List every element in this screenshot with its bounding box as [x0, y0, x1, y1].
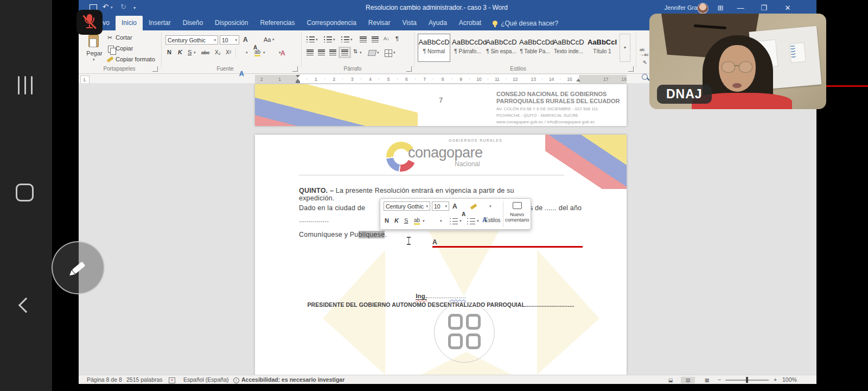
page-7[interactable]: 7 CONSEJO NACIONAL DE GOBIERNOS PARROQUI…	[255, 84, 627, 126]
style-normal[interactable]: AaBbCcD ¶ Normal	[418, 34, 450, 62]
multilevel-list-icon[interactable]	[341, 36, 349, 42]
stop-share-icon[interactable]	[16, 184, 34, 201]
web-layout-icon[interactable]: ▦	[700, 377, 714, 383]
muted-mic-button[interactable]	[76, 10, 103, 35]
close-button[interactable]: ✕	[780, 3, 796, 13]
shading-icon[interactable]	[368, 50, 376, 56]
mini-underline-button[interactable]: S	[404, 217, 408, 224]
paragraph-marks-icon[interactable]: ¶	[395, 35, 399, 42]
read-mode-icon[interactable]: ⬓	[663, 377, 678, 383]
mini-numbering-dropdown-icon[interactable]: ▾	[477, 219, 479, 223]
undo-dropdown-icon[interactable]: ▾	[111, 5, 113, 10]
signature-ing-line[interactable]: Ing......................	[255, 293, 627, 299]
bullets-icon[interactable]	[307, 36, 315, 42]
restore-button[interactable]: ❐	[756, 3, 772, 13]
align-center-icon[interactable]	[318, 49, 325, 55]
numbering-dropdown-icon[interactable]: ▾	[333, 37, 335, 42]
proofing-errors-icon[interactable]: ✕	[169, 377, 175, 383]
language-indicator[interactable]: Español (España)	[183, 376, 228, 383]
account-avatar[interactable]	[697, 3, 709, 14]
zoom-slider-handle[interactable]	[746, 377, 748, 383]
tab-insertar[interactable]: Insertar	[143, 16, 177, 30]
webcam-overlay[interactable]: DNAJ	[649, 14, 826, 109]
tab-vista[interactable]: Vista	[397, 16, 423, 30]
copy-button[interactable]: Copiar	[116, 45, 133, 52]
tab-inicio[interactable]: Inicio	[116, 16, 143, 30]
case-dropdown-icon[interactable]: ▾	[272, 37, 275, 42]
horizontal-ruler[interactable]	[255, 75, 627, 83]
mini-italic-button[interactable]: K	[394, 217, 399, 224]
page-indicator[interactable]: Página 8 de 8	[87, 376, 122, 383]
annotate-pencil-button[interactable]	[52, 241, 105, 294]
multilevel-dropdown-icon[interactable]: ▾	[350, 37, 353, 42]
style-table-paragraph[interactable]: AaBbCcDd ¶ Table Pa...	[519, 34, 551, 62]
underline-dropdown-icon[interactable]: ▾	[194, 51, 196, 55]
justify-icon[interactable]	[341, 49, 348, 55]
mini-highlight-dropdown-icon[interactable]: ▾	[423, 219, 425, 223]
mini-numbering-icon[interactable]	[467, 218, 475, 224]
mini-bold-button[interactable]: N	[385, 217, 389, 224]
mini-font-name-combo[interactable]: Century Gothic▾	[384, 201, 430, 211]
search-icon[interactable]	[642, 74, 648, 80]
paragraph-dots[interactable]: ...............	[299, 216, 329, 224]
zoom-level[interactable]: 100%	[782, 376, 797, 383]
cut-icon[interactable]: ✂	[107, 34, 112, 41]
word-count[interactable]: 2515 palabras	[126, 376, 163, 383]
font-name-combo[interactable]: Century Gothic▾	[165, 35, 218, 45]
sort-icon[interactable]: A↓	[384, 36, 390, 41]
zoom-in-button[interactable]: +	[774, 376, 777, 383]
right-indent-marker[interactable]	[576, 79, 580, 81]
styles-dialog-launcher-icon[interactable]	[628, 66, 634, 72]
replace-icon[interactable]: ab→ac	[640, 47, 648, 57]
hanging-indent-marker[interactable]	[296, 79, 300, 83]
line-spacing-icon[interactable]: ⇅	[353, 48, 358, 54]
tab-revisar[interactable]: Revisar	[362, 16, 397, 30]
align-left-icon[interactable]	[307, 49, 314, 55]
tab-acrobat[interactable]: Acrobat	[453, 16, 487, 30]
font-dialog-launcher-icon[interactable]	[292, 66, 298, 72]
paste-button[interactable]: Pegar ▾	[84, 34, 105, 65]
bold-button[interactable]: N	[167, 49, 171, 55]
grip-icon[interactable]	[24, 76, 26, 94]
text-effects-dropdown-icon[interactable]: ▾	[246, 51, 248, 55]
highlight-button[interactable]: ab	[254, 49, 260, 56]
mini-font-size-combo[interactable]: 10▾	[432, 201, 449, 211]
strikethrough-button[interactable]: abc	[201, 49, 209, 55]
superscript-button[interactable]: X²	[226, 49, 231, 55]
underline-button[interactable]: S	[188, 49, 192, 55]
style-titulo-1[interactable]: AaBbCcI Título 1	[586, 34, 618, 62]
mini-bullets-dropdown-icon[interactable]: ▾	[459, 219, 462, 223]
change-case-icon[interactable]: Aa	[264, 36, 271, 43]
line-spacing-dropdown-icon[interactable]: ▾	[360, 51, 362, 55]
format-painter-icon[interactable]	[107, 56, 114, 62]
accessibility-status[interactable]: Accesibilidad: es necesario investigar	[241, 376, 344, 383]
tab-disposicion[interactable]: Disposición	[209, 16, 254, 30]
subscript-button[interactable]: X₂	[215, 49, 221, 55]
numbering-icon[interactable]	[324, 36, 332, 42]
qat-customize-icon[interactable]: ▾	[133, 5, 136, 10]
increase-indent-icon[interactable]	[372, 36, 379, 42]
page-8[interactable]: conagopare GOBIERNOS RURALES Nacional QU…	[255, 135, 627, 375]
accessibility-icon[interactable]: i	[233, 377, 239, 383]
format-painter-button[interactable]: Copiar formato	[116, 56, 155, 62]
grip-icon[interactable]	[31, 76, 33, 94]
decrease-indent-icon[interactable]	[360, 36, 367, 42]
tell-me-box[interactable]: ¿Qué desea hacer?	[487, 16, 564, 30]
font-color-dropdown-icon[interactable]: ▾	[279, 51, 281, 55]
align-right-icon[interactable]	[329, 49, 336, 55]
select-cursor-icon[interactable]: ⇖	[643, 59, 647, 65]
cut-button[interactable]: Cortar	[116, 34, 132, 41]
italic-button[interactable]: K	[178, 49, 182, 55]
copy-icon[interactable]	[108, 46, 114, 53]
redo-icon[interactable]: ↻	[120, 3, 126, 11]
grip-icon[interactable]	[18, 76, 20, 94]
signature-title-line[interactable]: PRESIDENTE DEL GOBIERNO AUTONOMO DESCENT…	[255, 301, 627, 308]
undo-icon[interactable]: ↶	[103, 3, 108, 11]
mini-styles-dropdown-icon[interactable]: ▾	[489, 204, 492, 209]
style-texto-independiente[interactable]: AaBbCcD Texto inde...	[552, 34, 585, 62]
minimize-button[interactable]: —	[732, 3, 749, 13]
font-size-combo[interactable]: 10▾	[220, 35, 239, 45]
new-comment-button[interactable]: Nuevo comentario	[505, 201, 529, 227]
paragraph-comuniquese[interactable]: Comuníquese y Publíquese.	[299, 231, 387, 238]
bullets-dropdown-icon[interactable]: ▾	[316, 37, 318, 42]
